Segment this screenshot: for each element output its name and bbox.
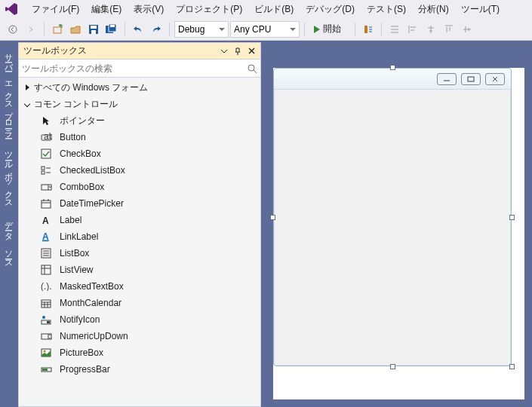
expander-open-icon[interactable] xyxy=(23,100,31,108)
toolbox-item-label: Button xyxy=(60,132,86,142)
checkbox-icon xyxy=(40,148,52,160)
notify-icon xyxy=(40,314,52,326)
menu-item[interactable]: テスト(S) xyxy=(361,1,412,18)
menu-item[interactable]: ツール(T) xyxy=(455,1,506,18)
toolbox-item[interactable]: ポインター xyxy=(19,112,260,129)
resize-handle[interactable] xyxy=(390,364,395,369)
save-all-button[interactable] xyxy=(103,21,120,38)
menu-item[interactable]: デバッグ(D) xyxy=(300,1,361,18)
toolbox-search[interactable] xyxy=(19,60,260,78)
config-select[interactable]: Debug xyxy=(174,21,229,38)
resize-handle[interactable] xyxy=(509,215,515,220)
close-window-icon xyxy=(485,73,505,85)
toolbox-item[interactable]: DateTimePicker xyxy=(19,195,260,212)
search-input[interactable] xyxy=(22,63,247,74)
category-label: コモン コントロール xyxy=(34,98,118,111)
svg-rect-30 xyxy=(42,369,48,371)
platform-value: Any CPU xyxy=(234,24,271,35)
menu-item[interactable]: 分析(N) xyxy=(412,1,455,18)
toolbox-item[interactable]: ALabel xyxy=(19,212,260,228)
toolbox-item[interactable]: CheckedListBox xyxy=(19,162,260,179)
expander-closed-icon[interactable] xyxy=(23,84,31,91)
toolbox-item-label: NotifyIcon xyxy=(60,314,100,325)
month-icon xyxy=(40,297,52,309)
new-project-button[interactable] xyxy=(49,21,66,38)
close-icon[interactable] xyxy=(247,47,256,56)
maximize-icon xyxy=(461,73,481,85)
nav-fwd-button[interactable] xyxy=(23,21,39,38)
vtab-toolbox[interactable]: ツールボックス xyxy=(2,142,16,209)
minimize-icon xyxy=(437,73,457,85)
toolbox-item[interactable]: (.).MaskedTextBox xyxy=(19,278,260,295)
form-designer xyxy=(263,41,532,407)
svg-rect-13 xyxy=(42,167,45,170)
combo-icon xyxy=(40,181,52,193)
separator xyxy=(169,23,170,36)
step-button[interactable] xyxy=(360,21,377,38)
toolbox-item[interactable]: ComboBox xyxy=(19,179,260,195)
svg-rect-20 xyxy=(42,265,51,274)
search-icon[interactable] xyxy=(247,63,257,74)
menu-item[interactable]: ファイル(F) xyxy=(26,1,85,18)
open-button[interactable] xyxy=(67,21,84,38)
toolbox-item[interactable]: ListView xyxy=(19,262,260,278)
toolbox-item-label: ProgressBar xyxy=(60,364,110,375)
align-top-button xyxy=(441,21,457,38)
redo-button[interactable] xyxy=(148,21,165,38)
toolbox-item-label: ListView xyxy=(60,265,93,275)
svg-rect-8 xyxy=(364,26,367,33)
standard-toolbar: Debug Any CPU 開始 xyxy=(0,18,532,41)
svg-text:(.).: (.). xyxy=(41,282,52,291)
start-debug-button[interactable]: 開始 xyxy=(309,21,350,38)
toolbox-title: ツールボックス xyxy=(23,44,220,57)
svg-text:ab: ab xyxy=(44,133,52,142)
svg-point-9 xyxy=(248,65,254,71)
svg-rect-24 xyxy=(47,321,50,323)
toolbox-item[interactable]: ProgressBar xyxy=(19,361,260,378)
resize-handle[interactable] xyxy=(509,364,515,369)
config-value: Debug xyxy=(178,24,204,35)
start-label: 開始 xyxy=(323,23,341,35)
menu-item[interactable]: プロジェクト(P) xyxy=(170,1,248,18)
separator xyxy=(125,23,125,36)
pin-icon[interactable] xyxy=(233,47,242,56)
svg-rect-31 xyxy=(468,77,474,81)
toolbox-item[interactable]: ALinkLabel xyxy=(19,228,260,245)
vtab-data-sources[interactable]: データ ソース xyxy=(2,212,16,269)
form-preview[interactable] xyxy=(273,68,512,366)
toolbox-item[interactable]: NotifyIcon xyxy=(19,311,260,328)
menu-item[interactable]: 編集(E) xyxy=(85,1,128,18)
toolbox-category[interactable]: コモン コントロール xyxy=(19,96,260,112)
resize-handle[interactable] xyxy=(270,215,275,220)
vtab-server-explorer[interactable]: サーバー エクスプローラー xyxy=(2,44,16,139)
nav-back-button[interactable] xyxy=(5,21,21,38)
linklabel-icon: A xyxy=(40,231,52,243)
separator xyxy=(381,23,382,36)
svg-rect-16 xyxy=(42,200,51,208)
save-button[interactable] xyxy=(85,21,102,38)
toolbox-item-label: CheckBox xyxy=(60,148,101,159)
toolbox-item-label: PictureBox xyxy=(60,347,103,358)
toolbox-item[interactable]: PictureBox xyxy=(19,344,260,361)
platform-select[interactable]: Any CPU xyxy=(230,21,300,38)
toolbox-item[interactable]: MonthCalendar xyxy=(19,295,260,311)
undo-button[interactable] xyxy=(130,21,146,38)
dropdown-icon[interactable] xyxy=(220,47,229,56)
toolbox-item[interactable]: ListBox xyxy=(19,245,260,262)
toolbox-item-label: ポインター xyxy=(60,115,105,127)
toolbox-category[interactable]: すべての Windows フォーム xyxy=(19,79,260,96)
vertical-tabs: サーバー エクスプローラー ツールボックス データ ソース xyxy=(0,41,17,407)
toolbox-item[interactable]: NumericUpDown xyxy=(19,328,260,344)
chevron-down-icon xyxy=(219,28,225,31)
progress-icon xyxy=(40,363,52,375)
menu-item[interactable]: 表示(V) xyxy=(128,1,170,18)
menu-item[interactable]: ビルド(B) xyxy=(248,1,300,18)
toolbox-item[interactable]: abButton xyxy=(19,129,260,145)
listbox-icon xyxy=(40,247,52,259)
resize-handle[interactable] xyxy=(390,65,395,70)
toolbox-item-label: CheckedListBox xyxy=(60,165,125,176)
align-middle-button xyxy=(459,21,475,38)
toolbox-item[interactable]: CheckBox xyxy=(19,145,260,162)
design-canvas[interactable] xyxy=(273,68,524,399)
category-label: すべての Windows フォーム xyxy=(34,81,148,94)
